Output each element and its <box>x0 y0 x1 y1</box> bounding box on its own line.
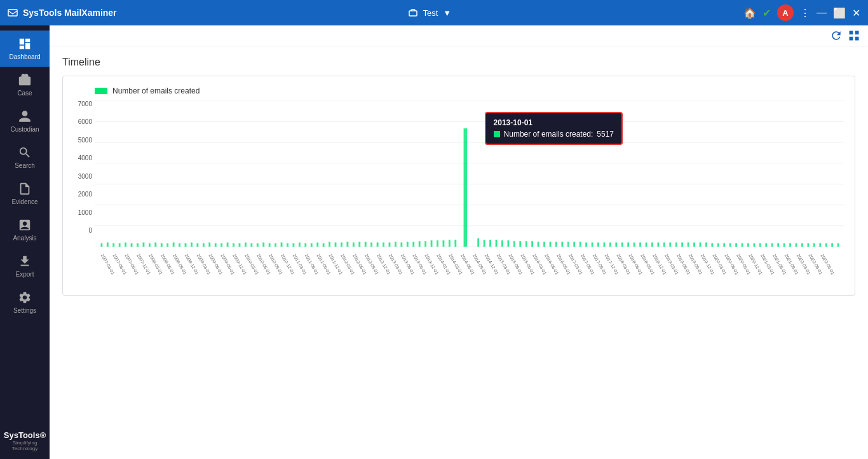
svg-rect-29 <box>215 243 217 247</box>
svg-rect-102 <box>663 242 665 247</box>
app-layout: Dashboard Case Custodian Search Evidence <box>0 25 868 459</box>
tooltip-label: Number of emails created: <box>504 130 593 139</box>
x-axis-labels: 2007-03-01 2007-06-01 2007-09-01 2007-12… <box>95 249 844 290</box>
svg-rect-108 <box>700 242 702 247</box>
minimize-icon[interactable]: — <box>817 7 827 18</box>
svg-rect-83 <box>550 242 552 247</box>
sidebar-item-dashboard[interactable]: Dashboard <box>0 31 50 67</box>
svg-rect-88 <box>580 242 581 247</box>
sidebar-item-analysis[interactable]: Analysis <box>0 212 50 248</box>
svg-rect-76 <box>507 240 509 247</box>
case-info: Test ▼ <box>409 8 451 18</box>
tooltip-color-indicator <box>494 131 500 137</box>
brand-name: SysTools® <box>4 430 46 440</box>
svg-rect-51 <box>346 242 348 247</box>
sidebar-label-evidence: Evidence <box>11 198 37 205</box>
svg-rect-47 <box>323 243 325 247</box>
sidebar-item-evidence[interactable]: Evidence <box>0 175 50 212</box>
svg-rect-56 <box>377 242 379 247</box>
sidebar-item-case[interactable]: Case <box>0 67 50 103</box>
svg-rect-58 <box>389 242 391 247</box>
y-axis-labels: 7000 6000 5000 4000 3000 2000 1000 0 <box>65 100 92 234</box>
svg-rect-14 <box>125 242 126 247</box>
svg-rect-55 <box>370 242 372 247</box>
sidebar-item-export[interactable]: Export <box>0 248 50 284</box>
dropdown-arrow[interactable]: ▼ <box>443 8 451 18</box>
svg-rect-109 <box>705 242 707 247</box>
svg-rect-128 <box>819 243 821 247</box>
toolbar <box>50 25 868 46</box>
svg-rect-43 <box>299 242 301 247</box>
sidebar-item-settings[interactable]: Settings <box>0 284 50 320</box>
svg-rect-12 <box>112 243 114 247</box>
check-circle-icon[interactable]: ✔ <box>763 7 771 19</box>
svg-rect-28 <box>208 242 210 247</box>
home-icon[interactable]: 🏠 <box>743 7 756 19</box>
svg-rect-49 <box>335 242 337 247</box>
svg-rect-42 <box>293 243 295 247</box>
svg-rect-70 <box>464 128 468 247</box>
svg-rect-57 <box>383 242 384 247</box>
svg-rect-21 <box>166 243 168 247</box>
refresh-icon[interactable] <box>830 29 843 42</box>
svg-rect-67 <box>443 240 445 247</box>
svg-rect-68 <box>449 240 451 247</box>
svg-rect-32 <box>233 243 234 247</box>
svg-rect-98 <box>639 242 641 247</box>
sidebar-item-custodian[interactable]: Custodian <box>0 103 50 139</box>
title-bar: SysTools MailXaminer Test ▼ 🏠 ✔ A ⋮ — ⬜ … <box>0 0 868 25</box>
search-icon <box>18 146 32 160</box>
close-icon[interactable]: ✕ <box>852 7 860 19</box>
briefcase-icon <box>409 8 417 17</box>
evidence-icon <box>18 182 32 196</box>
svg-rect-97 <box>634 242 635 247</box>
svg-rect-22 <box>173 242 175 247</box>
svg-rect-17 <box>143 242 145 247</box>
svg-rect-87 <box>573 242 575 247</box>
sidebar-label-export: Export <box>16 271 34 278</box>
analysis-icon <box>18 218 32 232</box>
svg-rect-35 <box>250 243 252 247</box>
svg-rect-104 <box>675 242 677 247</box>
svg-rect-93 <box>609 242 611 247</box>
svg-rect-73 <box>489 240 491 247</box>
svg-rect-110 <box>711 243 713 247</box>
svg-rect-117 <box>754 243 756 247</box>
svg-rect-71 <box>477 238 479 247</box>
svg-rect-1 <box>409 11 417 16</box>
svg-rect-45 <box>311 243 313 247</box>
legend-color-box <box>95 88 107 94</box>
svg-rect-59 <box>395 242 397 247</box>
svg-rect-92 <box>604 242 606 247</box>
avatar[interactable]: A <box>777 4 794 21</box>
svg-rect-86 <box>567 242 569 247</box>
svg-rect-48 <box>329 242 330 247</box>
sidebar-label-search: Search <box>15 162 35 169</box>
timeline-section: Timeline Number of emails created 7000 6… <box>50 46 868 459</box>
tooltip-value: Number of emails created: 5517 <box>494 130 614 139</box>
grid-icon[interactable] <box>848 29 860 42</box>
svg-rect-40 <box>281 242 283 247</box>
svg-rect-123 <box>789 243 791 247</box>
svg-rect-41 <box>287 243 288 247</box>
more-icon[interactable]: ⋮ <box>800 7 810 19</box>
svg-rect-100 <box>651 242 653 247</box>
svg-rect-27 <box>203 243 205 247</box>
svg-rect-91 <box>597 242 599 247</box>
svg-rect-33 <box>239 243 241 247</box>
svg-rect-0 <box>8 10 17 16</box>
svg-rect-18 <box>149 243 151 247</box>
svg-rect-39 <box>275 243 276 247</box>
maximize-icon[interactable]: ⬜ <box>833 7 846 19</box>
svg-rect-23 <box>179 243 180 247</box>
case-name: Test <box>423 8 438 18</box>
svg-rect-94 <box>615 242 617 247</box>
svg-rect-26 <box>196 243 198 247</box>
svg-rect-24 <box>185 243 187 247</box>
svg-rect-120 <box>771 243 773 247</box>
sidebar-item-search[interactable]: Search <box>0 139 50 175</box>
svg-rect-84 <box>555 242 557 247</box>
svg-rect-116 <box>747 243 749 247</box>
svg-rect-126 <box>807 243 809 247</box>
svg-rect-54 <box>365 242 367 247</box>
